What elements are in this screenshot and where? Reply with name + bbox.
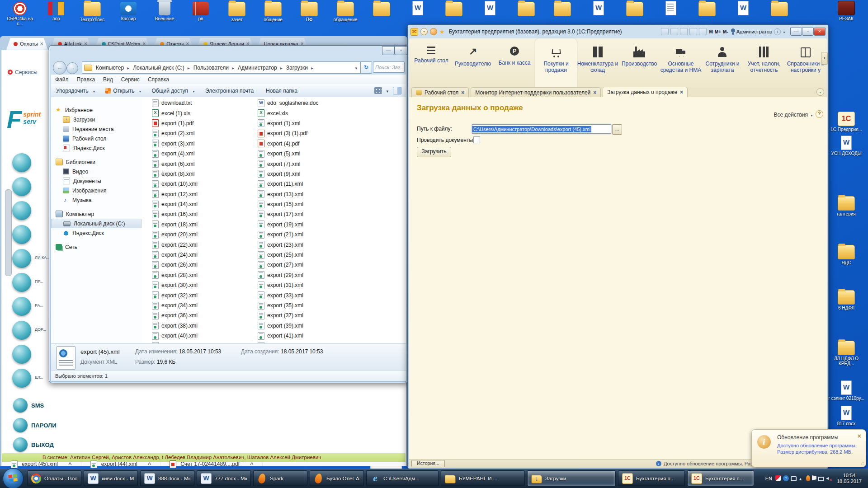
close-button[interactable]: × xyxy=(814,28,826,36)
menu-item[interactable]: Справка xyxy=(144,76,173,83)
file-item[interactable]: export (36).xml xyxy=(150,310,254,320)
nav-item[interactable]: Сеть xyxy=(51,242,142,252)
desktop-icon[interactable]: Внешние xyxy=(148,1,181,28)
desktop-icon[interactable] xyxy=(727,1,760,28)
desktop-icon[interactable] xyxy=(365,1,398,28)
action-center-icon[interactable] xyxy=(812,475,816,481)
info-icon[interactable]: i xyxy=(774,28,781,35)
desktop-icon[interactable] xyxy=(510,1,542,28)
chevron-up-icon[interactable] xyxy=(142,461,151,468)
document-tab[interactable]: Загрузка данных о продаже xyxy=(603,87,688,97)
all-actions-button[interactable]: Все действия xyxy=(774,112,813,118)
rail-button[interactable]: ДОР... xyxy=(12,321,33,341)
downloaded-file-chip[interactable]: export (45).xml xyxy=(2,462,81,466)
address-bar[interactable]: КомпьютерЛокальный диск (C:)Пользователи… xyxy=(82,61,361,74)
file-item[interactable]: export (25).xml xyxy=(255,250,359,260)
breadcrumb-segment[interactable]: Пользователи xyxy=(192,65,236,71)
taskbar-button[interactable]: Бухгалтерия п... xyxy=(618,470,685,486)
desktop-icon[interactable] xyxy=(401,1,434,28)
minimize-button[interactable]: — xyxy=(790,28,802,36)
desktop-icon[interactable]: 6 НДФЛ xyxy=(826,289,866,316)
file-item[interactable]: export (22).xml xyxy=(150,239,254,249)
print-preview-icon[interactable] xyxy=(680,28,688,35)
file-item[interactable]: export (6).xml xyxy=(150,159,254,169)
calc-memory-button[interactable]: M xyxy=(708,29,714,34)
file-item[interactable]: export (8).xml xyxy=(150,169,254,179)
breadcrumb-segment[interactable]: Администратор xyxy=(236,65,284,71)
desktop-icon[interactable] xyxy=(474,1,506,28)
file-item[interactable]: export (3) (1).pdf xyxy=(255,128,359,138)
taskbar-button[interactable]: БУМЕРАНГ И ... xyxy=(441,470,525,486)
file-item[interactable]: export (16).xml xyxy=(150,209,254,219)
nav-item[interactable]: Библиотеки xyxy=(51,157,142,167)
view-dropdown-icon[interactable] xyxy=(386,88,389,94)
main-menu-icon[interactable] xyxy=(420,28,428,35)
ribbon-scroll-right-icon[interactable] xyxy=(821,52,828,65)
file-item[interactable]: export (18).xml xyxy=(150,220,254,230)
nav-item[interactable]: Загрузки xyxy=(51,115,142,124)
resize-grip[interactable] xyxy=(863,464,863,465)
file-item[interactable]: export (31).xml xyxy=(255,280,359,290)
ribbon-section[interactable]: Учет, налоги, отчетность xyxy=(743,38,785,87)
rail-button[interactable]: Шт... xyxy=(12,369,33,389)
file-item[interactable]: export (10).xml xyxy=(150,179,254,189)
toolbar-button[interactable]: Открыть xyxy=(100,88,146,94)
tab-close-icon[interactable] xyxy=(461,89,464,96)
file-item[interactable]: export (4).pdf xyxy=(255,139,359,149)
tab-list-dropdown-icon[interactable] xyxy=(816,88,824,96)
search-box[interactable] xyxy=(373,61,405,73)
file-item[interactable]: export (5).xml xyxy=(255,149,359,159)
history-button[interactable]: История... xyxy=(411,460,445,467)
desktop-icon[interactable] xyxy=(438,1,470,28)
refresh-button[interactable] xyxy=(360,61,372,74)
ribbon-section[interactable]: Покупки и продажи xyxy=(535,38,577,87)
load-button[interactable]: Загрузить xyxy=(417,147,451,157)
file-item[interactable]: export (41).xml xyxy=(255,331,359,341)
toolbar-button[interactable]: Электронная почта xyxy=(200,88,261,94)
ribbon-section[interactable]: Номенклатура и склад xyxy=(577,38,618,87)
nav-item[interactable]: Видео xyxy=(51,167,142,176)
file-item[interactable]: export (37).xml xyxy=(255,310,359,320)
rail-button[interactable] xyxy=(12,345,33,365)
file-item[interactable]: export (32).xml xyxy=(150,290,254,300)
network-icon[interactable] xyxy=(818,477,824,481)
sms-button[interactable]: SMS xyxy=(13,397,44,413)
desktop-icon[interactable]: рв xyxy=(184,1,217,28)
file-item[interactable]: export (15).xml xyxy=(255,199,359,209)
page-scrollbar[interactable] xyxy=(5,189,12,276)
nav-item[interactable]: Локальный диск (C:) xyxy=(51,219,142,228)
address-dropdown-icon[interactable] xyxy=(354,65,361,71)
help-tray-icon[interactable] xyxy=(783,475,789,481)
file-item[interactable]: excel.xls xyxy=(255,108,359,118)
nav-item[interactable]: Изображения xyxy=(51,186,142,195)
file-item[interactable]: export (30).xml xyxy=(150,280,254,290)
breadcrumb-segment[interactable]: Локальный диск (C:) xyxy=(131,65,192,71)
search-input[interactable] xyxy=(373,61,405,73)
security-icon[interactable] xyxy=(775,475,781,481)
minimize-button[interactable]: — xyxy=(382,46,395,55)
services-link[interactable]: Сервисы xyxy=(8,69,38,75)
menu-item[interactable]: Сервис xyxy=(117,76,144,83)
ribbon-section[interactable]: Руководителю xyxy=(452,38,494,87)
file-item[interactable]: export (21).xml xyxy=(255,230,359,239)
tab-close-icon[interactable] xyxy=(593,89,596,96)
chevron-up-icon[interactable] xyxy=(62,461,72,468)
save-icon[interactable] xyxy=(661,28,669,35)
nav-item[interactable]: Яндекс.Диск xyxy=(51,228,142,238)
document-tab[interactable]: Рабочий стол xyxy=(411,87,469,97)
desktop-icon[interactable]: СБРС4ka на с... xyxy=(4,1,36,28)
desktop-icon[interactable]: 817.docx xyxy=(826,406,866,432)
taskbar-button[interactable]: Буяло Олег А... xyxy=(310,470,364,486)
language-indicator[interactable]: EN xyxy=(764,476,774,481)
calc-memory-button[interactable]: M+ xyxy=(714,29,722,34)
nav-item[interactable]: Музыка xyxy=(51,195,142,205)
forward-button[interactable] xyxy=(66,62,78,74)
calculator-icon[interactable] xyxy=(699,28,707,35)
nav-item[interactable]: Избранное xyxy=(51,105,142,115)
ribbon-section[interactable]: Основные средства и НМА xyxy=(660,38,702,87)
nav-item[interactable]: Компьютер xyxy=(51,209,142,219)
desktop-icon[interactable]: 1С Предприя... xyxy=(826,111,866,137)
file-path-input[interactable]: C:\Users\Администратор\Downloads\export … xyxy=(472,124,611,134)
file-item[interactable]: export (7).xml xyxy=(255,159,359,169)
nav-item[interactable]: Яндекс.Диск xyxy=(51,143,142,153)
